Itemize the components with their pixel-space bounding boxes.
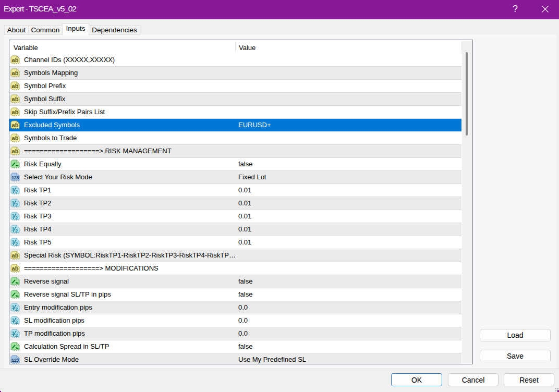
svg-text:2: 2 bbox=[15, 332, 18, 338]
svg-text:ab: ab bbox=[12, 252, 19, 259]
svg-text:1: 1 bbox=[12, 304, 15, 310]
svg-text:2: 2 bbox=[15, 202, 18, 207]
svg-text:ab: ab bbox=[12, 57, 19, 63]
svg-text:2: 2 bbox=[15, 241, 18, 247]
svg-text:ab: ab bbox=[12, 148, 19, 154]
svg-text:1: 1 bbox=[12, 239, 15, 244]
svg-text:ab: ab bbox=[12, 265, 19, 272]
svg-text:1: 1 bbox=[12, 226, 15, 231]
svg-text:1: 1 bbox=[12, 317, 15, 323]
svg-text:ab: ab bbox=[12, 135, 19, 141]
svg-text:2: 2 bbox=[15, 306, 18, 312]
svg-text:1: 1 bbox=[12, 187, 15, 192]
svg-text:ab: ab bbox=[12, 122, 19, 128]
svg-text:2: 2 bbox=[15, 319, 18, 325]
svg-text:ab: ab bbox=[12, 96, 19, 102]
svg-text:1: 1 bbox=[12, 200, 15, 205]
svg-text:2: 2 bbox=[15, 228, 18, 234]
svg-text:ab: ab bbox=[12, 70, 19, 76]
svg-text:2: 2 bbox=[15, 215, 18, 220]
svg-text:2: 2 bbox=[15, 189, 18, 194]
svg-text:1: 1 bbox=[12, 330, 15, 336]
svg-text:123: 123 bbox=[11, 175, 19, 180]
svg-text:123: 123 bbox=[11, 358, 19, 363]
svg-text:1: 1 bbox=[12, 213, 15, 218]
svg-text:ab: ab bbox=[12, 83, 19, 89]
svg-text:ab: ab bbox=[12, 109, 19, 115]
